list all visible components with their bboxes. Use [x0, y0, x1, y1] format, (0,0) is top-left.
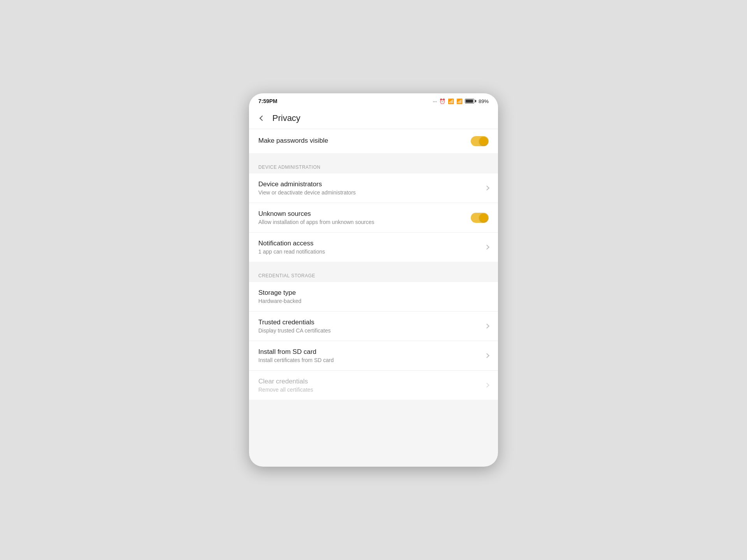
make-passwords-visible-title: Make passwords visible: [258, 137, 471, 145]
storage-type-text: Storage type Hardware-backed: [258, 289, 489, 304]
credential-storage-label: CREDENTIAL STORAGE: [258, 273, 315, 278]
make-passwords-visible-toggle[interactable]: [471, 136, 489, 146]
make-passwords-visible-item[interactable]: Make passwords visible: [249, 129, 498, 153]
device-administrators-item[interactable]: Device administrators View or deactivate…: [249, 173, 498, 203]
clear-credentials-title: Clear credentials: [258, 378, 485, 385]
battery-tip: [475, 100, 476, 102]
content-area: Make passwords visible DEVICE ADMINISTRA…: [249, 129, 498, 400]
wifi-icon: 📶: [448, 98, 454, 104]
notification-access-title: Notification access: [258, 240, 485, 247]
trusted-credentials-text: Trusted credentials Display trusted CA c…: [258, 318, 485, 334]
trusted-credentials-chevron: [484, 324, 489, 329]
unknown-sources-toggle[interactable]: [471, 213, 489, 223]
back-button[interactable]: [255, 111, 269, 125]
device-administration-section: Device administrators View or deactivate…: [249, 173, 498, 262]
divider-1: [249, 153, 498, 156]
back-arrow-icon: [260, 115, 265, 121]
toggle-thumb: [479, 137, 488, 145]
dots-icon: ···: [433, 98, 437, 104]
unknown-sources-title: Unknown sources: [258, 210, 471, 218]
install-from-sd-card-item[interactable]: Install from SD card Install certificate…: [249, 341, 498, 371]
nav-bar: Privacy: [249, 107, 498, 129]
unknown-sources-item[interactable]: Unknown sources Allow installation of ap…: [249, 203, 498, 233]
status-icons: ··· ⏰ 📶 📶 89%: [433, 98, 489, 104]
signal-icon: 📶: [456, 98, 463, 104]
clear-credentials-text: Clear credentials Remove all certificate…: [258, 378, 485, 393]
clear-credentials-item: Clear credentials Remove all certificate…: [249, 371, 498, 400]
alarm-icon: ⏰: [439, 98, 445, 104]
battery-body: [465, 99, 474, 103]
battery-percent: 89%: [479, 98, 489, 104]
notification-access-text: Notification access 1 app can read notif…: [258, 240, 485, 255]
trusted-credentials-title: Trusted credentials: [258, 318, 485, 326]
storage-type-subtitle: Hardware-backed: [258, 298, 489, 304]
notification-access-item[interactable]: Notification access 1 app can read notif…: [249, 233, 498, 262]
clear-credentials-subtitle: Remove all certificates: [258, 387, 485, 393]
device-administrators-chevron: [484, 186, 489, 191]
trusted-credentials-subtitle: Display trusted CA certificates: [258, 327, 485, 334]
status-time: 7:59PM: [258, 98, 277, 104]
status-bar: 7:59PM ··· ⏰ 📶 📶 89%: [249, 93, 498, 107]
install-from-sd-card-subtitle: Install certificates from SD card: [258, 357, 485, 363]
phone-frame: 7:59PM ··· ⏰ 📶 📶 89% Privacy: [249, 93, 498, 467]
divider-2: [249, 262, 498, 265]
battery-icon: [465, 99, 476, 103]
page-title: Privacy: [272, 113, 300, 123]
credential-storage-section: Storage type Hardware-backed Trusted cre…: [249, 282, 498, 400]
unknown-sources-subtitle: Allow installation of apps from unknown …: [258, 219, 471, 225]
install-from-sd-card-chevron: [484, 353, 489, 358]
unknown-sources-text: Unknown sources Allow installation of ap…: [258, 210, 471, 225]
privacy-top-section: Make passwords visible: [249, 129, 498, 153]
storage-type-item: Storage type Hardware-backed: [249, 282, 498, 312]
device-administrators-text: Device administrators View or deactivate…: [258, 180, 485, 196]
device-administration-header: DEVICE ADMINISTRATION: [249, 156, 498, 173]
notification-access-chevron: [484, 245, 489, 250]
trusted-credentials-item[interactable]: Trusted credentials Display trusted CA c…: [249, 312, 498, 341]
make-passwords-visible-text: Make passwords visible: [258, 137, 471, 146]
storage-type-title: Storage type: [258, 289, 489, 297]
device-administrators-title: Device administrators: [258, 180, 485, 188]
install-from-sd-card-text: Install from SD card Install certificate…: [258, 348, 485, 363]
battery-fill: [466, 100, 473, 103]
unknown-sources-toggle-thumb: [479, 214, 488, 222]
device-administration-label: DEVICE ADMINISTRATION: [258, 164, 321, 170]
install-from-sd-card-title: Install from SD card: [258, 348, 485, 356]
credential-storage-header: CREDENTIAL STORAGE: [249, 265, 498, 282]
device-administrators-subtitle: View or deactivate device administrators: [258, 189, 485, 196]
notification-access-subtitle: 1 app can read notifications: [258, 248, 485, 255]
clear-credentials-chevron: [484, 383, 489, 388]
